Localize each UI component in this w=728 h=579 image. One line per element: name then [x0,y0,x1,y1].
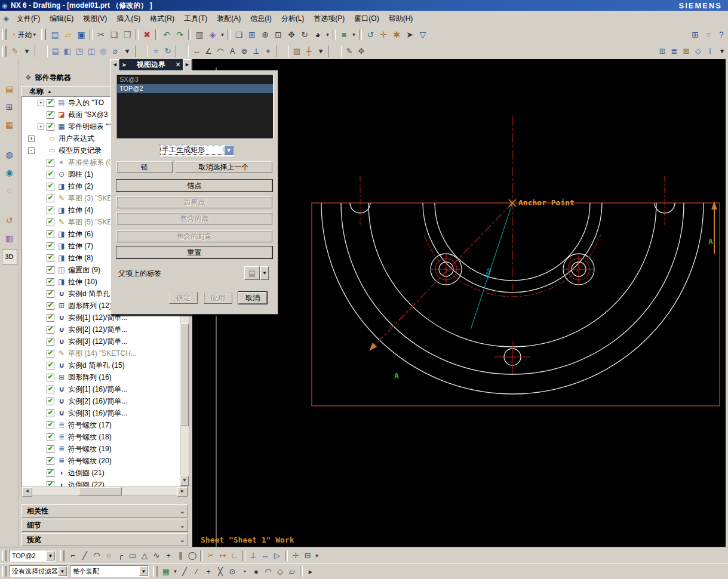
face-style-icon[interactable]: ■ [337,28,351,41]
tree-checkbox[interactable]: ✔ [47,409,54,417]
crosshatch-icon[interactable]: ▨ [291,45,303,57]
history-icon[interactable]: ↺ [2,213,17,227]
scroll-right-icon[interactable]: ► [177,487,188,497]
control-point-icon[interactable]: + [202,565,214,577]
dropdown-arrow-icon[interactable]: ▾ [219,28,226,41]
tree-row[interactable]: ✔ 实例[1] (16)/简单... [22,383,179,395]
boundary-mode-combo[interactable]: 手工生成矩形 ▼ [159,144,234,156]
circle-icon[interactable]: ○ [103,550,115,562]
point-on-face-icon[interactable]: ◇ [274,565,286,577]
layers-icon[interactable]: ≣ [668,45,680,57]
menu-item[interactable]: 格式(R) [145,12,179,26]
dropdown-arrow-icon[interactable]: ▾ [716,45,728,57]
paste-icon[interactable]: ❒ [121,28,134,41]
tree-row[interactable]: ✔ 实例[3] (16)/简单... [22,407,179,419]
show-constraints-icon[interactable]: ▷ [271,550,283,562]
hd3d-tools-icon[interactable]: ◉ [2,165,17,180]
quadrant-point-icon[interactable]: ◔ [238,565,250,577]
dimension-icon[interactable]: ↔ [191,45,202,57]
dialog-forward-icon[interactable]: ► [183,59,192,70]
chevron-down-icon[interactable]: ▼ [224,145,234,155]
tree-checkbox[interactable]: ✔ [47,278,54,286]
snap-view-icon[interactable]: ✛ [377,28,390,41]
note-icon[interactable]: A [226,45,238,57]
dropdown-arrow-icon[interactable]: ▾ [315,45,327,57]
chevron-down-icon[interactable]: ▼ [58,566,67,576]
tree-checkbox[interactable]: ✔ [47,159,54,167]
toolbar-grip[interactable] [2,29,7,40]
parent-label-icon[interactable]: ▤ [244,266,260,280]
edit-settings-icon[interactable]: ✎ [343,45,355,57]
menu-item[interactable]: 装配(A) [212,12,245,26]
tree-row[interactable]: ✔ 实例[2] (12)/简单... [22,324,179,335]
arc-icon[interactable]: ◠ [91,550,103,562]
section-view-icon[interactable]: ⌀ [109,45,121,57]
copy-icon[interactable]: ❏ [107,28,121,41]
tree-checkbox[interactable]: ✔ [47,350,54,358]
tree-checkbox[interactable]: ✔ [47,374,54,381]
delete-icon[interactable]: ✖ [140,28,153,41]
detail-view-icon[interactable]: ◎ [97,45,109,57]
scrollbar-thumb[interactable] [79,487,122,495]
toolbar-grip[interactable] [60,550,64,561]
shaded-view-icon[interactable]: ◕ [311,28,324,41]
system-materials-icon[interactable]: ▥ [2,231,17,245]
scroll-left-icon[interactable]: ◄ [22,487,32,497]
chevron-down-icon[interactable]: ▼ [139,566,148,576]
tree-checkbox[interactable]: ✔ [47,123,54,131]
tree-row[interactable]: ✔ 边倒圆 (21) [22,467,179,479]
selection-scope-select[interactable]: 整个装配 ▼ [70,565,149,577]
3d-input-icon[interactable]: 3D [2,249,17,264]
angular-dimension-icon[interactable]: ∠ [202,45,214,57]
arc-center-icon[interactable]: ⊙ [226,565,238,577]
cancel-button[interactable]: 取消 [238,292,267,304]
tree-row[interactable]: ✔ 实例[3] (12)/简单... [22,335,179,347]
file-options-icon[interactable]: ⊟ [302,550,314,562]
tree-checkbox[interactable]: ✔ [47,362,54,369]
chevron-down-icon[interactable]: ⌄ [180,507,185,515]
command-finder-icon[interactable]: ◈ [206,28,219,41]
tree-expander[interactable]: + [38,124,44,130]
view-list-item[interactable]: TOP@2 [117,84,273,93]
chevron-down-icon[interactable]: ▼ [46,551,55,560]
tree-expander[interactable]: + [38,100,44,106]
tree-row[interactable]: ✔ 符号螺纹 (18) [22,431,179,443]
navigator-section[interactable]: 预览 ⌄ [21,533,188,546]
roles-icon[interactable]: ≡ [702,28,715,41]
dropdown-arrow-icon[interactable]: ▾ [172,565,179,577]
tree-row[interactable]: ✔ 草图 (14) "SKETCH... [22,347,179,359]
toolbar-grip[interactable] [153,566,158,577]
id-symbol-icon[interactable]: ⊚ [238,45,250,57]
tree-checkbox[interactable]: ✔ [47,195,54,202]
filter-icon[interactable]: ▽ [416,28,429,41]
scrollbar-thumb[interactable] [180,324,189,426]
dropdown-arrow-icon[interactable]: ▾ [21,45,33,57]
pan-icon[interactable]: ✥ [285,28,298,41]
toolbar-grip[interactable] [2,550,7,561]
rectangle-icon[interactable]: ▭ [127,550,139,562]
tree-checkbox[interactable]: ✔ [47,457,54,465]
quick-extend-icon[interactable]: ↦ [217,550,229,562]
selection-arrow-icon[interactable]: ➤ [403,28,416,41]
snap-enable-icon[interactable]: ✛ [290,550,302,562]
reuse-library-icon[interactable]: ◍ [2,147,17,162]
base-view-icon[interactable]: ◳ [73,45,85,57]
menu-item[interactable]: 文件(F) [12,12,45,26]
assembly-navigator-icon[interactable]: ▤ [2,82,17,96]
profile-icon[interactable]: ⌐ [67,550,79,562]
tree-checkbox[interactable]: ✔ [47,314,54,322]
selection-filter-select[interactable]: 没有选择过滤器 ▼ [9,565,67,577]
end-point-icon[interactable]: ╱ [179,565,191,577]
tree-checkbox[interactable]: ✔ [47,338,54,346]
new-file-icon[interactable]: ▤ [48,28,62,41]
tree-checkbox[interactable]: ✔ [47,398,54,405]
view-list-item[interactable]: SX@3 [117,75,273,84]
preferences-icon[interactable]: ✱ [390,28,403,41]
navigator-section[interactable]: 细节 ⌄ [21,519,188,532]
menu-item[interactable]: 编辑(E) [45,12,78,26]
more-snap-icon[interactable]: ▸ [305,565,317,577]
menu-item[interactable]: 工具(T) [179,12,212,26]
break-view-icon[interactable]: ≈ [150,45,162,57]
dropdown-arrow-icon[interactable]: ▾ [351,28,357,41]
offset-curve-icon[interactable]: ∥ [174,550,186,562]
